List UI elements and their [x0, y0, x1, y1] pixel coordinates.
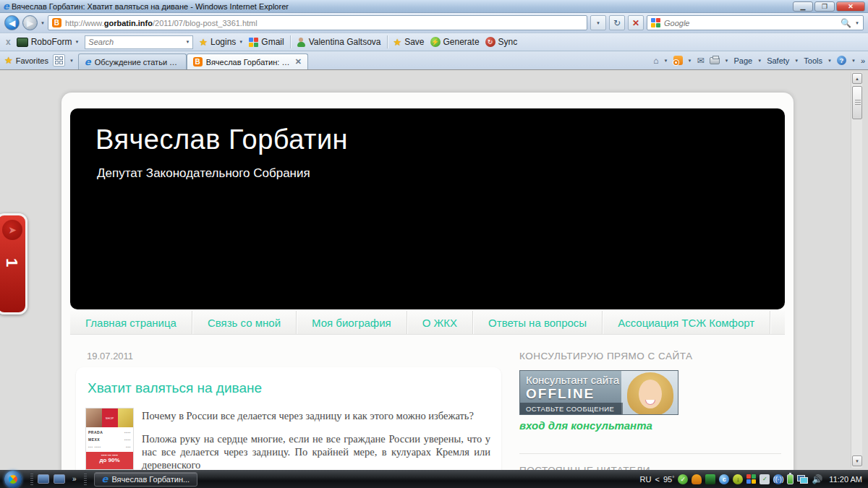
wireless-icon[interactable]: ((·)): [773, 474, 783, 484]
command-overflow[interactable]: »: [861, 56, 865, 65]
tabs-bar: ★ Favorites ▼ e Обсуждение статьи "Поч..…: [0, 51, 868, 70]
help-icon[interactable]: ?: [837, 56, 846, 65]
start-button[interactable]: [4, 471, 22, 488]
network-icon[interactable]: [797, 475, 808, 484]
system-tray: RU < 95° ✓ c ↓ ✓ ((·)) 🔊 11:20 AM: [640, 474, 868, 484]
roboform-save-button[interactable]: ★ Save: [393, 37, 425, 48]
sync-check-icon[interactable]: ✓: [760, 474, 770, 484]
quick-launch-icon[interactable]: [54, 474, 65, 484]
blue-c-app-icon[interactable]: c: [719, 474, 729, 484]
ad-photo: [86, 408, 102, 427]
address-dropdown-button[interactable]: ▼: [590, 15, 606, 30]
post-title[interactable]: Хватит валяться на диване: [88, 380, 262, 396]
roboform-menu-button[interactable]: RoboForm ▼: [17, 37, 80, 47]
ie-logo-icon: e: [3, 1, 9, 11]
media-app-icon[interactable]: [705, 474, 715, 484]
nav-zhkh[interactable]: О ЖКХ: [407, 311, 473, 334]
rss-icon[interactable]: [673, 56, 683, 65]
search-input[interactable]: [664, 19, 837, 27]
tools-menu[interactable]: Tools: [804, 56, 822, 65]
nav-association[interactable]: Ассоциация ТСЖ Комфорт: [603, 311, 770, 334]
restore-button[interactable]: ❐: [814, 1, 835, 12]
color-grid-app-icon[interactable]: [746, 474, 756, 484]
roboform-search-input[interactable]: [88, 38, 185, 46]
roboform-search-field[interactable]: ▼: [85, 35, 193, 49]
battery-icon[interactable]: [787, 474, 793, 484]
close-button[interactable]: ✕: [836, 1, 865, 12]
address-input[interactable]: B http://www.gorbatin.info/2011/07/blog-…: [48, 15, 587, 30]
tab-list-dropdown-icon[interactable]: ▼: [69, 59, 74, 63]
mail-icon[interactable]: ✉: [697, 56, 704, 66]
search-dropdown-icon[interactable]: ▼: [855, 21, 859, 25]
window-titlebar: e Вячеслав Горбатин: Хватит валяться на …: [0, 0, 868, 13]
safety-menu[interactable]: Safety: [767, 56, 789, 65]
consultant-login-link[interactable]: вход для консультанта: [519, 419, 652, 432]
nav-contact[interactable]: Связь со мной: [192, 311, 297, 334]
url-text: http://www.gorbatin.info/2011/07/blog-po…: [65, 19, 258, 27]
consultant-widget[interactable]: Консультант сайта OFFLINE ОСТАВЬТЕ СООБЩ…: [519, 370, 678, 415]
ad-banner[interactable]: SHOP PRADA▪▪▪▪ MEXX▪▪▪▪ ▪▪▪ ▪▪▪▪▪▪▪ ▪▪▪▪…: [85, 408, 134, 470]
clock[interactable]: 11:20 AM: [829, 475, 862, 484]
minimize-button[interactable]: ▁: [793, 1, 813, 12]
roboform-gmail-button[interactable]: Gmail: [249, 37, 284, 47]
site-nav: Главная страница Связь со мной Моя биогр…: [70, 311, 785, 335]
refresh-button[interactable]: ↻: [609, 15, 625, 30]
scrollbar-thumb[interactable]: [852, 86, 862, 119]
tab-gorbatin-active[interactable]: B Вячеслав Горбатин: Х... ✕: [187, 53, 308, 69]
printer-icon[interactable]: [710, 57, 720, 64]
tab-discussion[interactable]: e Обсуждение статьи "Поч...: [78, 53, 187, 69]
post-date: 19.07.2011: [87, 351, 133, 361]
home-icon[interactable]: ⌂: [653, 56, 658, 66]
quicklaunch-overflow[interactable]: »: [72, 475, 77, 483]
roboform-close-button[interactable]: x: [6, 37, 11, 47]
roboform-generate-button[interactable]: ⚡ Generate: [430, 37, 480, 47]
star-icon: ★: [393, 37, 402, 48]
chevron-down-icon[interactable]: ▼: [185, 40, 190, 44]
show-desktop-icon[interactable]: [38, 474, 49, 484]
nav-biography[interactable]: Моя биография: [297, 311, 407, 334]
scroll-down-button[interactable]: ▼: [852, 455, 862, 466]
consultant-photo: [621, 371, 678, 415]
roboform-sync-button[interactable]: ↻ Sync: [485, 37, 518, 47]
roboform-identity-button[interactable]: Valentina Galtsova: [297, 37, 381, 47]
roboform-logins-button[interactable]: ★ Logins ▼: [199, 37, 243, 48]
history-dropdown-icon[interactable]: ▼: [41, 21, 45, 25]
favorites-button[interactable]: ★ Favorites: [4, 55, 48, 66]
browser-viewport: Вячеслав Горбатин Депутат Законодательно…: [0, 70, 868, 470]
google-icon: [249, 38, 258, 47]
search-icon[interactable]: 🔍: [841, 18, 851, 28]
ad-discount: до 90%: [86, 457, 133, 463]
quick-tabs-icon[interactable]: [53, 54, 65, 67]
nav-home[interactable]: Главная страница: [70, 311, 192, 334]
antivirus-check-icon[interactable]: ✓: [678, 474, 688, 484]
post-card: Хватит валяться на диване SHOP PRADA▪▪▪▪…: [76, 367, 501, 470]
blogger-favicon: B: [193, 57, 203, 67]
orange-app-icon[interactable]: [692, 474, 702, 484]
search-box[interactable]: 🔍 ▼: [647, 15, 864, 30]
language-indicator[interactable]: RU: [640, 475, 652, 484]
leave-message-label: ОСТАВЬТЕ СООБЩЕНИЕ: [520, 403, 623, 414]
weather-temp[interactable]: 95°: [663, 475, 674, 484]
tab-close-icon[interactable]: ✕: [295, 57, 302, 67]
address-bar-row: ◀ ▶ ▼ B http://www.gorbatin.info/2011/07…: [0, 13, 868, 33]
roboform-icon: [17, 38, 28, 47]
page-menu[interactable]: Page: [733, 56, 752, 65]
back-button[interactable]: ◀: [4, 15, 20, 30]
updater-arrow-icon[interactable]: ↓: [733, 474, 743, 484]
stop-button[interactable]: ✕: [628, 15, 644, 30]
consultant-label: Консультант сайта: [526, 374, 619, 386]
taskbar-window-button[interactable]: e Вячеслав Горбатин...: [94, 472, 198, 487]
forward-button[interactable]: ▶: [22, 15, 38, 30]
side-tab-number: 1: [2, 249, 21, 276]
tray-collapse-chevron[interactable]: <: [655, 475, 659, 484]
chevron-down-icon: ▼: [75, 40, 79, 44]
site-header: Вячеслав Горбатин Депутат Законодательно…: [70, 108, 785, 309]
scroll-up-button[interactable]: ▲: [852, 73, 862, 84]
blogger-favicon: B: [52, 18, 61, 27]
volume-icon[interactable]: 🔊: [812, 474, 822, 484]
side-panel-tab[interactable]: ➤ 1: [0, 213, 27, 314]
window-title: Вячеслав Горбатин: Хватит валяться на ди…: [12, 2, 793, 11]
nav-answers[interactable]: Ответы на вопросы: [473, 311, 603, 334]
vertical-scrollbar[interactable]: ▲ ▼: [851, 72, 862, 468]
google-icon: [651, 18, 660, 27]
